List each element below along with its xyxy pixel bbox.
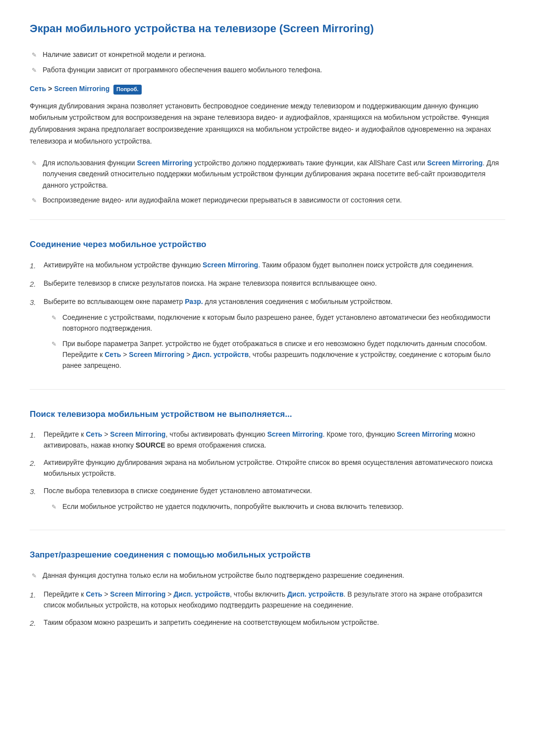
feature-bullet-2: ✎ Воспроизведение видео- или аудиофайла … — [30, 195, 505, 205]
sub-bullet-icon-2-3-1: ✎ — [52, 503, 56, 512]
step-3-1: 1. Перейдите к Сеть > Screen Mirroring >… — [30, 589, 505, 611]
step-number-2-2: 2. — [30, 457, 44, 469]
net-link-s3[interactable]: Сеть — [86, 590, 102, 598]
divider-3 — [30, 530, 505, 530]
page-title: Экран мобильного устройства на телевизор… — [30, 20, 505, 37]
section-title-3: Запрет/разрешение соединения с помощью м… — [30, 548, 505, 561]
step-1-3: 3. Выберите во всплывающем окне параметр… — [30, 296, 505, 375]
step-number-1-2: 2. — [30, 278, 44, 290]
step-number-2-3: 3. — [30, 486, 44, 498]
net-link-s2-1[interactable]: Сеть — [86, 430, 102, 438]
feature-bullet-list: ✎ Для использования функции Screen Mirro… — [30, 157, 505, 206]
razr-link[interactable]: Разр. — [185, 298, 203, 305]
disp-link-s3[interactable]: Дисп. устройств — [173, 590, 230, 598]
sm-link-s3[interactable]: Screen Mirroring — [110, 590, 165, 598]
sub-bullet-2-3-1: ✎ Если мобильное устройство не удается п… — [52, 501, 505, 512]
step-1-3-subbullets: ✎ Соединение с устройствами, подключение… — [52, 312, 505, 371]
step-2-3: 3. После выбора телевизора в списке соед… — [30, 485, 505, 516]
divider-1 — [30, 219, 505, 220]
step-1-1: 1. Активируйте на мобильном устройстве ф… — [30, 259, 505, 272]
divider-2 — [30, 389, 505, 390]
feature-bullet-icon-2: ✎ — [32, 196, 37, 205]
step-2-3-subbullets: ✎ Если мобильное устройство не удается п… — [52, 501, 505, 512]
section-1-steps: 1. Активируйте на мобильном устройстве ф… — [30, 259, 505, 375]
sub-bullet-icon-1-3-2: ✎ — [52, 340, 56, 349]
intro-bullet-2: ✎ Работа функции зависит от программного… — [30, 64, 505, 75]
section-title-1: Соединение через мобильное устройство — [30, 238, 505, 251]
step-number-1-3: 3. — [30, 297, 44, 308]
step-3-2: 2. Таким образом можно разрешить и запре… — [30, 617, 505, 629]
nav-path: Сеть > Screen Mirroring Попроб. — [30, 83, 505, 95]
sub-bullet-1-3-2: ✎ При выборе параметра Запрет. устройств… — [52, 338, 505, 371]
section-2-steps: 1. Перейдите к Сеть > Screen Mirroring, … — [30, 429, 505, 516]
section-3-intro-bullet: ✎ Данная функция доступна только если на… — [30, 570, 505, 581]
sm-link-2[interactable]: Screen Mirroring — [427, 159, 482, 167]
step-2-1: 1. Перейдите к Сеть > Screen Mirroring, … — [30, 429, 505, 451]
main-description: Функция дублирования экрана позволяет ус… — [30, 101, 505, 148]
feature-bullet-icon-1: ✎ — [32, 159, 37, 168]
intro-bullet-list: ✎ Наличие зависит от конкретной модели и… — [30, 49, 505, 75]
sub-bullet-1-3-1: ✎ Соединение с устройствами, подключение… — [52, 312, 505, 334]
section-3-steps: 1. Перейдите к Сеть > Screen Mirroring >… — [30, 589, 505, 629]
try-button[interactable]: Попроб. — [113, 85, 142, 95]
nav-screen-mirroring-link[interactable]: Screen Mirroring — [54, 85, 109, 93]
section-title-2: Поиск телевизора мобильным устройством н… — [30, 407, 505, 421]
s3-bullet-icon-1: ✎ — [32, 571, 37, 581]
net-link-s1[interactable]: Сеть — [105, 351, 121, 358]
sub-bullet-icon-1-3-1: ✎ — [52, 313, 56, 323]
source-text: SOURCE — [136, 441, 165, 449]
step-1-2: 2. Выберите телевизор в списке результат… — [30, 278, 505, 290]
sm-link-s1-1[interactable]: Screen Mirroring — [203, 261, 258, 269]
step-number-3-2: 2. — [30, 617, 44, 629]
bullet-icon-2: ✎ — [32, 66, 37, 75]
step-number-1-1: 1. — [30, 260, 44, 272]
step-number-3-1: 1. — [30, 589, 44, 601]
sm-link-s2-1[interactable]: Screen Mirroring — [110, 430, 165, 438]
nav-net-link[interactable]: Сеть — [30, 85, 46, 93]
section-3-intro-bullet-1: ✎ Данная функция доступна только если на… — [30, 570, 505, 581]
sm-link-1[interactable]: Screen Mirroring — [137, 159, 192, 167]
step-number-2-1: 1. — [30, 429, 44, 441]
sm-link-s2-1c[interactable]: Screen Mirroring — [397, 430, 452, 438]
feature-bullet-1: ✎ Для использования функции Screen Mirro… — [30, 157, 505, 191]
bullet-icon-1: ✎ — [32, 50, 37, 60]
disp-link-s3b[interactable]: Дисп. устройств — [287, 590, 344, 598]
sm-link-s1-3[interactable]: Screen Mirroring — [129, 351, 184, 358]
disp-link-s1[interactable]: Дисп. устройств — [192, 351, 249, 358]
intro-bullet-1: ✎ Наличие зависит от конкретной модели и… — [30, 49, 505, 60]
sm-link-s2-1b[interactable]: Screen Mirroring — [267, 430, 322, 438]
step-2-2: 2. Активируйте функцию дублирования экра… — [30, 457, 505, 479]
